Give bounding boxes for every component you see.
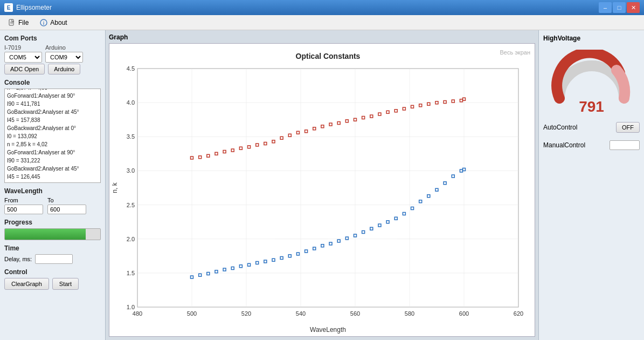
svg-text:i: i [43,21,45,26]
com-ports-row: I-7019 COM5 Arduino COM9 [4,44,101,63]
auto-control-label: AutoControl [543,124,577,131]
delay-label: Delay, ms: [4,256,32,262]
gauge-svg [549,50,635,104]
from-col: From [4,197,43,214]
gauge-value: 791 [579,98,604,115]
progress-bar-inner [5,229,86,240]
file-icon [8,18,16,27]
to-label: To [47,197,86,203]
about-menu-label: About [50,19,67,26]
i7019-label: I-7019 [4,44,42,51]
delay-row: Delay, ms: [4,254,101,264]
graph-section-label: Graph [109,33,535,41]
manual-control-row: ManualControl [543,139,640,151]
time-section: Time Delay, ms: [4,244,101,264]
com9-select[interactable]: COM9 [45,52,83,63]
i7019-col: I-7019 COM5 [4,44,42,63]
console-section: Console GoBackward2:Analyser at 0°I0 = 9… [4,79,101,183]
arduino-col: Arduino COM9 [45,44,83,63]
progress-title: Progress [4,219,101,226]
com-ports-title: Com Ports [4,35,101,42]
about-menu[interactable]: i About [34,16,72,29]
auto-control-button[interactable]: OFF [616,122,640,133]
manual-control-input[interactable] [610,140,640,150]
svg-rect-0 [9,19,13,25]
progress-bar-outer [4,228,101,240]
progress-section: Progress [4,219,101,240]
hv-title: HighVoltage [543,35,640,42]
control-title: Control [4,268,101,276]
com-buttons-row: ADC Open Arduino [4,64,101,74]
file-menu-label: File [18,19,29,26]
menu-bar: File i About [0,15,644,30]
manual-control-label: ManualControl [543,141,585,149]
info-icon: i [39,18,48,27]
app-icon: E [4,3,13,12]
from-input[interactable] [4,205,43,214]
center-panel: Graph Весь экран [106,30,538,340]
wavelength-title: WaveLength [4,187,101,195]
title-bar: E Ellipsometer – □ ✕ [0,0,644,15]
time-title: Time [4,244,101,252]
minimize-button[interactable]: – [599,2,612,13]
chart-canvas [109,44,535,336]
control-buttons-row: ClearGraph Start [4,278,101,290]
auto-control-row: AutoControl OFF [543,121,640,134]
com-ports-section: Com Ports I-7019 COM5 Arduino COM9 ADC O… [4,35,101,74]
to-input[interactable] [47,205,86,214]
control-section: Control ClearGraph Start [4,268,101,290]
console-output: GoBackward2:Analyser at 0°I0 = 95,459n =… [4,89,101,183]
to-col: To [47,197,86,214]
arduino-label: Arduino [45,44,83,51]
app-content: Com Ports I-7019 COM5 Arduino COM9 ADC O… [0,30,644,340]
wavelength-section: WaveLength From To [4,187,101,214]
com5-select[interactable]: COM5 [4,52,42,63]
adc-open-button[interactable]: ADC Open [4,64,45,74]
console-title: Console [4,79,101,86]
gauge-container: 791 [543,50,640,115]
delay-input[interactable] [35,254,73,264]
arduino-button[interactable]: Arduino [48,64,80,74]
wavelength-row: From To [4,197,101,214]
graph-container: Весь экран [109,43,535,337]
app-title: Ellipsometer [16,4,599,11]
from-label: From [4,197,43,203]
file-menu[interactable]: File [2,16,34,29]
window-controls: – □ ✕ [599,2,640,13]
right-panel: HighVoltage 791 AutoControl OFF ManualCo… [538,30,644,340]
maximize-button[interactable]: □ [613,2,626,13]
close-button[interactable]: ✕ [627,2,640,13]
clear-graph-button[interactable]: ClearGraph [4,278,49,290]
start-button[interactable]: Start [52,278,79,290]
left-panel: Com Ports I-7019 COM5 Arduino COM9 ADC O… [0,30,106,340]
watermark-text: Весь экран [500,49,530,56]
